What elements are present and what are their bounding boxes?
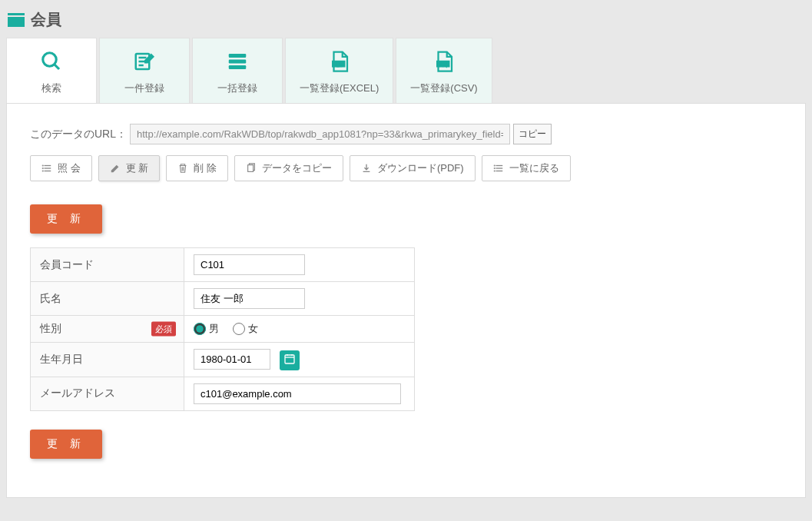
member-code-input[interactable]	[194, 254, 305, 275]
svg-point-21	[494, 168, 495, 169]
tab-label: 一件登録	[124, 81, 164, 95]
gender-radio-group: 男 女	[194, 322, 405, 336]
main-panel: このデータのURL： コピー 照 会 更 新 削 除 データをコピ	[6, 103, 806, 498]
label-gender: 性別 必須	[31, 316, 184, 343]
delete-button[interactable]: 削 除	[166, 155, 228, 181]
svg-point-22	[494, 171, 495, 171]
tab-label: 一括登録	[217, 81, 257, 95]
button-label: ダウンロード(PDF)	[377, 161, 464, 175]
page-header: 会員	[6, 6, 806, 38]
back-to-list-button[interactable]: 一覧に戻る	[482, 155, 571, 181]
trash-icon	[177, 163, 188, 174]
tab-label: 一覧登録(CSV)	[410, 81, 477, 95]
url-row: このデータのURL： コピー	[30, 124, 782, 144]
copy-icon	[246, 163, 257, 174]
toolbar: 照 会 更 新 削 除 データをコピー ダウンロード(PDF)	[30, 155, 782, 181]
required-badge: 必須	[151, 322, 176, 337]
svg-rect-16	[248, 165, 254, 172]
submit-button-top[interactable]: 更 新	[30, 204, 102, 234]
gender-male-option[interactable]: 男	[194, 322, 219, 336]
tab-csv-register[interactable]: CSV 一覧登録(CSV)	[396, 38, 492, 103]
url-label: このデータのURL：	[30, 128, 127, 141]
label-email: メールアドレス	[31, 377, 184, 410]
xls-file-icon: XLS	[327, 49, 352, 74]
pencil-icon	[110, 163, 121, 174]
submit-button-bottom[interactable]: 更 新	[30, 430, 102, 459]
button-label: 一覧に戻る	[509, 161, 559, 175]
button-label: 照 会	[58, 161, 81, 175]
download-icon	[361, 163, 372, 174]
calendar-button[interactable]	[280, 350, 300, 370]
tab-label: 一覧登録(EXCEL)	[300, 81, 379, 95]
copy-data-button[interactable]: データをコピー	[234, 155, 343, 181]
button-label: 削 除	[194, 161, 217, 175]
tab-single-register[interactable]: 一件登録	[99, 38, 190, 103]
tab-bulk-register[interactable]: 一括登録	[192, 38, 283, 103]
button-label: 更 新	[126, 161, 149, 175]
form-table: 会員コード 氏名 性別 必須 男	[30, 247, 415, 411]
svg-rect-3	[229, 54, 247, 58]
button-label: データをコピー	[262, 161, 332, 175]
svg-point-0	[43, 53, 57, 67]
name-input[interactable]	[194, 288, 305, 309]
svg-line-1	[55, 65, 59, 69]
url-field[interactable]	[130, 124, 510, 144]
calendar-icon	[283, 353, 296, 367]
list-icon	[493, 163, 504, 174]
svg-point-20	[494, 165, 495, 166]
update-button[interactable]: 更 新	[98, 155, 161, 181]
svg-point-13	[42, 165, 43, 166]
svg-rect-4	[229, 60, 247, 64]
search-icon	[39, 49, 64, 74]
list-icon	[41, 163, 52, 174]
tab-search[interactable]: 検索	[6, 38, 97, 103]
label-birthdate: 生年月日	[31, 343, 184, 377]
svg-text:XLS: XLS	[333, 61, 343, 67]
edit-icon	[132, 49, 157, 74]
svg-rect-5	[229, 65, 247, 69]
csv-file-icon: CSV	[432, 49, 456, 74]
gender-female-radio[interactable]	[233, 323, 245, 335]
tab-excel-register[interactable]: XLS 一覧登録(EXCEL)	[285, 38, 393, 103]
window-icon	[8, 13, 25, 27]
birthdate-input[interactable]	[194, 349, 270, 370]
view-button[interactable]: 照 会	[30, 155, 92, 181]
page-title: 会員	[31, 9, 61, 30]
tab-label: 検索	[41, 81, 61, 95]
svg-rect-23	[285, 355, 294, 363]
label-name: 氏名	[31, 282, 184, 316]
email-input[interactable]	[194, 383, 401, 404]
tab-bar: 検索 一件登録 一括登録 XLS 一覧登録(EXCEL) CSV 一覧登録(CS…	[6, 38, 806, 103]
svg-text:CSV: CSV	[438, 61, 449, 67]
copy-button[interactable]: コピー	[513, 124, 552, 144]
svg-point-14	[42, 168, 43, 169]
gender-female-option[interactable]: 女	[233, 322, 258, 336]
stack-icon	[225, 49, 250, 74]
label-member-code: 会員コード	[31, 248, 184, 282]
gender-male-radio[interactable]	[194, 323, 206, 335]
download-button[interactable]: ダウンロード(PDF)	[350, 155, 476, 181]
svg-point-15	[42, 171, 43, 171]
